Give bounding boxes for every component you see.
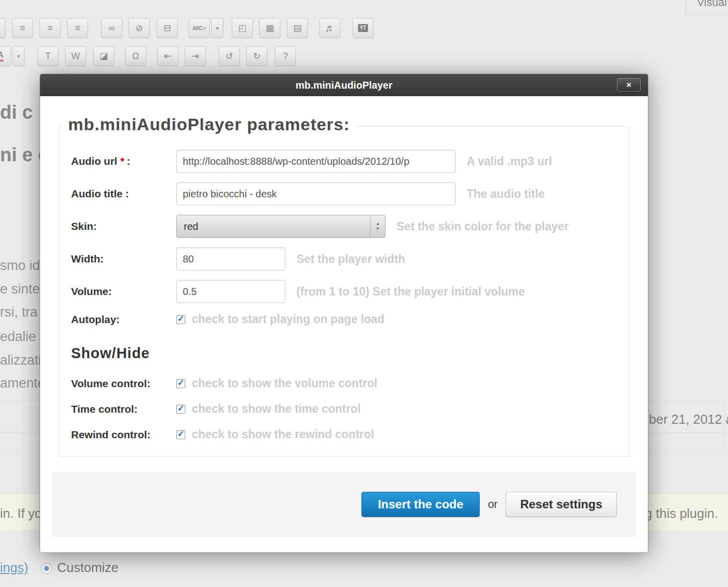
form-row-audio-title: Audio title : The audio title [71,182,617,205]
form-row-volume-control: Volume control: ✓ check to show the volu… [71,377,617,390]
form-row-rewind-control: Rewind control: ✓ check to show the rewi… [71,428,617,441]
skin-label: Skin: [71,220,176,232]
skin-select-value: red [177,221,370,232]
show-hide-heading: Show/Hide [71,345,617,362]
width-input[interactable] [176,247,285,270]
select-arrows-icon: ▲▼ [370,215,385,237]
rewind-control-hint: check to show the rewind control [192,428,374,441]
audio-title-label: Audio title : [71,188,176,200]
volume-hint: (from 1 to 10) Set the player initial vo… [296,285,525,299]
form-row-width: Width: Set the player width [71,247,617,270]
rewind-control-label: Rewind control: [71,429,176,441]
volume-control-label: Volume control: [71,378,176,390]
dialog-title: mb.miniAudioPlayer [295,80,392,91]
time-control-label: Time control: [71,403,176,415]
form-row-audio-url: Audio url*: A valid .mp3 url [71,150,617,173]
or-text: or [488,498,498,511]
arrow-up-icon: ▲ [376,221,380,226]
volume-control-hint: check to show the volume control [192,377,378,390]
volume-control-checkbox[interactable]: ✓ [176,379,185,388]
rewind-control-checkbox[interactable]: ✓ [176,430,185,439]
parameters-heading: mb.miniAudioPlayer parameters: [63,115,355,134]
volume-input[interactable] [176,280,285,303]
close-button[interactable]: × [617,78,641,92]
time-control-checkbox[interactable]: ✓ [176,405,185,414]
audio-url-label: Audio url*: [71,155,176,167]
dialog-body: mb.miniAudioPlayer parameters: Audio url… [40,96,648,457]
reset-settings-button[interactable]: Reset settings [506,492,617,517]
skin-hint: Set the skin color for the player [397,220,569,233]
audio-url-input[interactable] [176,150,456,173]
parameters-panel: mb.miniAudioPlayer parameters: Audio url… [59,126,629,457]
width-hint: Set the player width [296,252,405,266]
form-row-autoplay: Autoplay: ✓ check to start playing on pa… [71,313,617,326]
close-icon: × [626,80,631,90]
required-asterisk: * [120,155,124,167]
form-row-skin: Skin: red ▲▼ Set the skin color for the … [71,215,617,238]
form-row-time-control: Time control: ✓ check to show the time c… [71,402,617,416]
width-label: Width: [71,253,176,265]
autoplay-hint: check to start playing on page load [192,313,385,326]
checkmark-icon: ✓ [177,315,184,323]
audio-url-hint: A valid .mp3 url [467,155,552,168]
autoplay-label: Autoplay: [71,314,176,326]
autoplay-checkbox[interactable]: ✓ [176,315,185,324]
dialog-footer: Insert the code or Reset settings [52,472,636,537]
miniaudioplayer-dialog: mb.miniAudioPlayer × mb.miniAudioPlayer … [40,74,648,552]
audio-url-label-colon: : [127,155,130,167]
volume-label: Volume: [71,285,176,298]
dialog-titlebar[interactable]: mb.miniAudioPlayer × [40,74,648,96]
insert-code-button[interactable]: Insert the code [361,492,480,517]
audio-url-label-text: Audio url [71,155,117,167]
form-row-volume: Volume: (from 1 to 10) Set the player in… [71,280,617,303]
skin-select[interactable]: red ▲▼ [176,215,386,238]
checkmark-icon: ✓ [177,404,184,413]
audio-title-hint: The audio title [467,187,545,201]
checkmark-icon: ✓ [177,379,184,387]
audio-title-input[interactable] [176,182,456,205]
time-control-hint: check to show the time control [192,402,360,416]
arrow-down-icon: ▼ [376,226,380,231]
checkmark-icon: ✓ [177,430,184,438]
